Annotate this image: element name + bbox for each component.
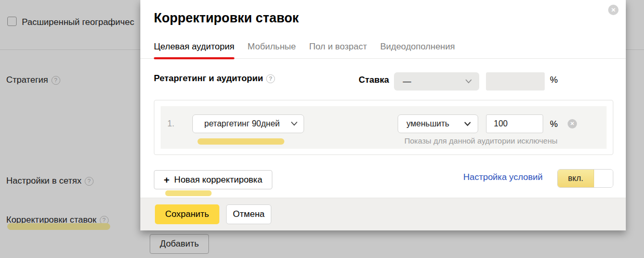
chevron-down-icon [291,122,297,126]
modal-footer: Сохранить Отмена [140,198,626,230]
toggle-on-segment[interactable]: вкл. [558,170,594,187]
chevron-down-icon [464,122,471,126]
close-icon[interactable]: ✕ [608,5,619,15]
rate-label: Ставка [359,75,389,85]
row-hint-text: Показы для данной аудитории исключены [404,136,558,145]
conditions-settings-link[interactable]: Настройка условий [463,172,543,183]
yellow-highlight [198,138,284,145]
retargeting-section-label: Ретаргетинг и аудитории? [154,73,275,84]
tab-video[interactable]: Видеодополнения [380,41,455,59]
percent-sign: % [550,75,558,85]
modal-title: Корректировки ставок [154,10,299,25]
percent-value-input[interactable] [486,114,543,133]
chevron-down-icon [465,79,472,84]
save-button[interactable]: Сохранить [155,204,219,224]
help-icon[interactable]: ? [266,74,275,83]
percent-sign: % [550,119,558,130]
rate-select: — [394,72,479,91]
action-select[interactable]: уменьшить [398,114,478,133]
tab-bar: Целевая аудитория Мобильные Пол и возрас… [140,41,626,59]
plus-icon: + [164,174,169,186]
row-index: 1. [167,119,174,128]
bid-adjustments-modal: ✕ Корректировки ставок Целевая аудитория… [140,0,626,230]
rate-input [486,72,545,91]
tab-target-audience[interactable]: Целевая аудитория [154,41,234,59]
conditions-toggle[interactable]: вкл. [557,169,613,188]
new-adjustment-button[interactable]: + Новая корректировка [154,170,272,189]
yellow-highlight [165,190,212,196]
screen: Расширенный географичес Стратегия? Настр… [0,0,644,258]
tab-mobile[interactable]: Мобильные [247,41,296,59]
toggle-off-segment[interactable] [594,170,613,187]
cancel-button[interactable]: Отмена [226,204,271,224]
audience-select[interactable]: ретаргетинг 90дней [192,114,304,133]
remove-row-icon[interactable]: ✕ [568,119,577,128]
tab-gender-age[interactable]: Пол и возраст [309,41,367,59]
